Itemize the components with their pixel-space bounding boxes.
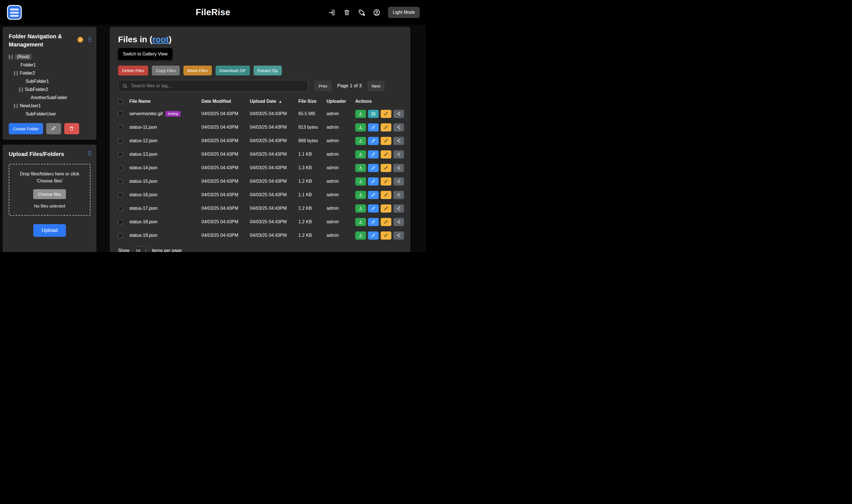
- tree-collapse-toggle[interactable]: [-]: [14, 103, 18, 108]
- rename-button[interactable]: [381, 150, 392, 159]
- info-icon[interactable]: i: [77, 37, 83, 42]
- profile-icon[interactable]: [373, 9, 380, 16]
- row-checkbox[interactable]: [118, 139, 123, 143]
- share-button[interactable]: [393, 191, 404, 199]
- file-name[interactable]: status-12.json: [129, 138, 157, 143]
- prev-page-button[interactable]: Prev: [314, 81, 332, 91]
- download-button[interactable]: [355, 110, 366, 118]
- download-button[interactable]: [355, 177, 366, 185]
- folder-tree-item[interactable]: SubFolder1: [9, 77, 90, 85]
- move-files-button[interactable]: Move Files: [184, 66, 212, 75]
- download-button[interactable]: [355, 204, 366, 213]
- folder-name[interactable]: Folder2: [20, 71, 35, 75]
- items-per-page-select[interactable]: 10 ▲▼: [133, 246, 149, 252]
- folder-tree-item[interactable]: Folder1: [9, 61, 90, 69]
- share-button[interactable]: [393, 177, 404, 185]
- share-button[interactable]: [393, 231, 404, 240]
- tree-collapse-toggle[interactable]: [-]: [19, 87, 23, 92]
- download-button[interactable]: [355, 191, 366, 199]
- share-button[interactable]: [393, 123, 404, 131]
- download-button[interactable]: [355, 218, 366, 226]
- col-upload-date[interactable]: Upload Date▲: [250, 99, 298, 104]
- rename-button[interactable]: [381, 123, 392, 131]
- folder-name[interactable]: NewUser1: [20, 103, 41, 108]
- edit-button[interactable]: [368, 123, 379, 131]
- rename-button[interactable]: [381, 204, 392, 213]
- row-checkbox[interactable]: [118, 193, 123, 197]
- row-checkbox[interactable]: [118, 179, 123, 184]
- edit-button[interactable]: [368, 137, 379, 145]
- upload-button[interactable]: Upload: [33, 224, 66, 237]
- share-button[interactable]: [393, 137, 404, 145]
- folder-name[interactable]: AnotherSubFolder: [31, 95, 67, 100]
- folder-name[interactable]: SubFolder1: [25, 79, 49, 84]
- row-checkbox[interactable]: [118, 111, 123, 116]
- create-folder-button[interactable]: Create Folder: [9, 123, 43, 134]
- row-checkbox[interactable]: [118, 233, 123, 238]
- search-input[interactable]: [131, 83, 308, 88]
- spinner-arrows-icon[interactable]: ▲▼: [145, 249, 147, 252]
- drag-handle-icon[interactable]: [88, 37, 91, 43]
- download-zip-button[interactable]: Download ZIP: [215, 66, 250, 75]
- delete-folder-button[interactable]: [64, 123, 79, 134]
- rename-button[interactable]: [381, 110, 392, 118]
- preview-button[interactable]: [368, 110, 379, 118]
- folder-name[interactable]: Folder1: [21, 62, 36, 67]
- choose-files-button[interactable]: Choose files: [33, 189, 66, 199]
- col-file-name[interactable]: File Name: [129, 99, 202, 104]
- row-checkbox[interactable]: [118, 125, 123, 130]
- file-name[interactable]: status-15.json: [129, 179, 157, 184]
- light-mode-button[interactable]: Light Mode: [388, 7, 420, 18]
- folder-tree-item[interactable]: [-](Root): [9, 53, 90, 61]
- root-folder-link[interactable]: root: [153, 35, 169, 44]
- rename-button[interactable]: [381, 191, 392, 199]
- rename-button[interactable]: [381, 231, 392, 240]
- col-file-size[interactable]: File Size: [298, 99, 327, 104]
- folder-name[interactable]: SubFolder2: [25, 87, 48, 92]
- folder-tree-item[interactable]: SubFolderUser: [9, 110, 90, 118]
- share-button[interactable]: [393, 150, 404, 159]
- switch-gallery-view-button[interactable]: Switch to Gallery View: [118, 48, 172, 60]
- share-button[interactable]: [393, 164, 404, 172]
- share-button[interactable]: [393, 204, 404, 213]
- drag-handle-icon[interactable]: [88, 151, 91, 157]
- row-checkbox[interactable]: [118, 206, 123, 211]
- folder-tree-item[interactable]: [-]SubFolder2: [9, 85, 90, 93]
- file-name[interactable]: status-18.json: [129, 219, 157, 224]
- share-button[interactable]: [393, 218, 404, 226]
- file-name[interactable]: status-13.json: [129, 152, 157, 157]
- rename-button[interactable]: [381, 137, 392, 145]
- edit-button[interactable]: [368, 150, 379, 159]
- file-name[interactable]: status-19.json: [129, 233, 157, 238]
- edit-button[interactable]: [368, 204, 379, 213]
- row-checkbox[interactable]: [118, 220, 123, 224]
- file-name[interactable]: status-16.json: [129, 192, 157, 197]
- next-page-button[interactable]: Next: [367, 81, 385, 91]
- file-dropzone[interactable]: Drop files/folders here or click 'Choose…: [9, 164, 90, 216]
- file-name[interactable]: servermonitor.gif: [129, 111, 162, 116]
- logout-icon[interactable]: [328, 9, 335, 16]
- folder-tree-item[interactable]: [-]Folder2: [9, 69, 90, 77]
- file-name[interactable]: status-14.json: [129, 165, 157, 170]
- tree-collapse-toggle[interactable]: [-]: [9, 54, 13, 59]
- edit-button[interactable]: [368, 218, 379, 226]
- folder-tree-item[interactable]: AnotherSubFolder: [9, 93, 90, 102]
- edit-button[interactable]: [368, 177, 379, 185]
- rename-folder-button[interactable]: [46, 123, 61, 134]
- row-checkbox[interactable]: [118, 165, 123, 170]
- file-name[interactable]: status-17.json: [129, 206, 157, 211]
- share-button[interactable]: [393, 110, 404, 118]
- delete-files-button[interactable]: Delete Files: [118, 66, 148, 75]
- download-button[interactable]: [355, 123, 366, 131]
- col-uploader[interactable]: Uploader: [327, 99, 355, 104]
- download-button[interactable]: [355, 150, 366, 159]
- edit-button[interactable]: [368, 191, 379, 199]
- download-button[interactable]: [355, 164, 366, 172]
- edit-button[interactable]: [368, 164, 379, 172]
- edit-button[interactable]: [368, 231, 379, 240]
- row-checkbox[interactable]: [118, 152, 123, 157]
- extract-zip-button[interactable]: Extract Zip: [254, 66, 282, 75]
- tree-collapse-toggle[interactable]: [-]: [14, 71, 18, 75]
- copy-files-button[interactable]: Copy Files: [152, 66, 180, 75]
- folder-name[interactable]: SubFolderUser: [25, 111, 56, 116]
